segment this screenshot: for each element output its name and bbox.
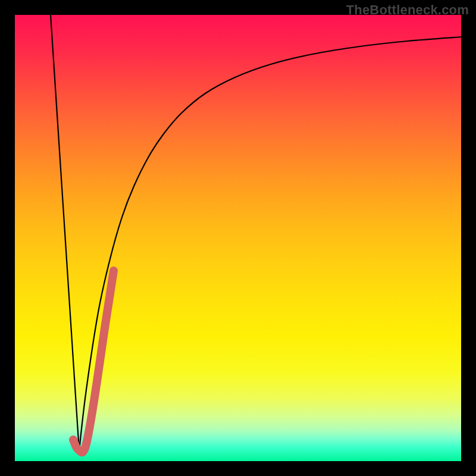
left-descent-line bbox=[51, 15, 79, 450]
chart-frame: TheBottleneck.com bbox=[0, 0, 476, 476]
right-curve-line bbox=[79, 37, 461, 450]
highlight-segment bbox=[73, 271, 114, 452]
curve-overlay bbox=[15, 15, 461, 461]
plot-area bbox=[15, 15, 461, 461]
watermark-text: TheBottleneck.com bbox=[346, 2, 469, 18]
